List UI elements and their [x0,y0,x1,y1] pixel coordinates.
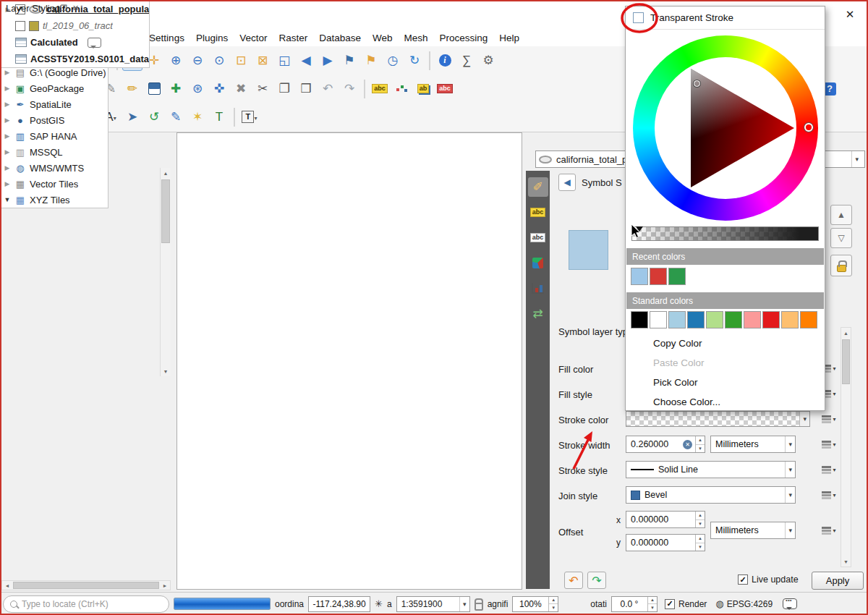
scale-combo[interactable]: 1:3591900 ▾ [396,596,470,612]
cut-features-icon[interactable]: ✂ [252,79,273,99]
float-panel-icon[interactable]: ❐ [60,4,67,13]
layers-horizontal-scrollbar[interactable]: ◄ ► [1,580,171,590]
menu-item-choose-color[interactable]: Choose Color... [626,392,825,412]
browser-scrollbar[interactable]: ▲ ▼ [160,168,171,376]
locate-input[interactable] [22,599,162,609]
scroll-down-icon[interactable]: ▼ [841,556,851,567]
zoom-native-icon[interactable]: ⊙ [209,51,229,71]
dropdown-arrow-icon[interactable]: ▾ [851,151,861,167]
browser-item-sap-hana[interactable]: ▶ ▥ SAP HANA [1,128,108,144]
show-bookmarks-icon[interactable]: ⚑ [361,51,381,71]
color-swatch[interactable] [650,311,667,328]
clear-value-icon[interactable] [683,440,692,449]
color-swatch[interactable] [744,311,761,328]
lock-color-button[interactable] [830,255,852,276]
menu-item-pick-color[interactable]: Pick Color [626,373,825,392]
scrollbar-thumb[interactable] [161,179,170,243]
color-swatch[interactable] [631,311,648,328]
apply-button[interactable]: Apply [812,572,864,590]
menu-item[interactable]: Database [313,30,367,46]
styling-undo-button[interactable]: ↶ [564,572,583,589]
annotation-star-icon[interactable]: ✶ [187,107,208,127]
lock-scale-icon[interactable] [475,603,483,611]
locate-search[interactable] [3,595,169,613]
stroke-style-override-button[interactable] [818,461,840,478]
menu-item[interactable]: Plugins [190,30,234,46]
menu-item[interactable]: Web [367,30,399,46]
dropdown-arrow-icon[interactable]: ▾ [785,436,795,452]
dropdown-arrow-icon[interactable] [254,111,257,122]
expand-arrow-icon[interactable]: ▶ [4,116,11,124]
stroke-color-override-button[interactable] [818,410,840,428]
identify-features-icon[interactable]: i [435,51,455,71]
browser-item-xyz-tiles[interactable]: ▼ ▦ XYZ Tiles [1,192,108,208]
pin-labels-icon[interactable]: ab [413,79,433,99]
view-3d-tab-icon[interactable] [528,253,548,273]
opacity-slider[interactable] [631,226,819,241]
menu-item[interactable]: Vector [234,30,273,46]
stroke-color-button[interactable]: ▾ [626,411,810,427]
delete-selected-icon[interactable]: ✖ [231,79,251,99]
move-symbol-down-button[interactable]: ▽ [830,228,852,248]
browser-item-postgis[interactable]: ▶ ● PostGIS [1,112,108,128]
rotate-label-icon[interactable]: ↺ [144,107,164,127]
menu-item-paste-color[interactable]: Paste Color [626,353,825,373]
styling-scrollbar[interactable]: ▲ ▼ [841,327,851,567]
scrollbar-thumb[interactable] [13,582,159,589]
toggle-editing-icon[interactable]: ✏ [122,79,142,99]
crs-indicator[interactable]: ◍ EPSG:4269 [715,598,773,609]
vertex-tool-icon[interactable]: ⊛ [187,79,208,99]
dropdown-arrow-icon[interactable]: ▾ [459,597,469,611]
color-swatch[interactable] [631,268,648,285]
undo-icon[interactable]: ↶ [318,79,338,99]
map-canvas[interactable] [176,132,522,590]
hue-marker-icon[interactable] [804,123,813,132]
render-checkbox[interactable] [665,599,675,609]
expand-arrow-icon[interactable]: ▶ [4,132,11,140]
breadcrumb-back-button[interactable]: ◀ [558,174,576,191]
scroll-up-icon[interactable]: ▲ [161,168,171,178]
triangle-selector-icon[interactable] [694,80,700,87]
live-update-control[interactable]: Live update [738,574,799,585]
join-style-combo[interactable]: Bevel ▾ [626,486,796,504]
layer-row-calculated[interactable]: Calculated [1,34,149,51]
redo-icon[interactable]: ↷ [339,79,359,99]
move-label-icon[interactable]: ➤ [122,107,142,127]
spinner-arrows[interactable] [695,512,705,527]
expand-arrow-icon[interactable]: ▶ [4,164,11,171]
stroke-style-combo[interactable]: Solid Line ▾ [626,461,796,478]
stroke-width-spinner[interactable]: 0.260000 [626,436,705,453]
color-swatch[interactable] [668,311,686,328]
temporal-controller-icon[interactable]: ◷ [383,51,403,71]
color-swatch[interactable] [781,311,799,328]
layer-labeling-icon[interactable]: abc [370,79,390,99]
close-panel-icon[interactable]: ✕ [72,4,79,13]
zoom-last-icon[interactable]: ◀ [296,51,316,71]
coordinate-input[interactable]: -117.24,38.90 [308,596,370,612]
offset-override-button[interactable] [818,522,840,539]
symbol-preview-swatch[interactable] [569,230,608,270]
zoom-in-icon[interactable]: ⊕ [166,51,186,71]
offset-unit-combo[interactable]: Millimeters ▾ [710,522,796,539]
dropdown-arrow-icon[interactable]: ▾ [799,412,809,426]
menu-item[interactable]: Processing [434,30,494,46]
join-style-override-button[interactable] [818,486,840,504]
layer-visibility-checkbox[interactable] [15,21,25,31]
refresh-map-icon[interactable]: ↻ [404,51,425,71]
highlight-labels-icon[interactable]: abc [435,79,455,99]
spinner-arrows[interactable] [695,436,705,452]
expand-arrow-icon[interactable]: ▶ [4,148,11,156]
labels-tab-icon[interactable]: abc [528,203,548,222]
spinner-arrows[interactable] [548,597,558,611]
new-bookmark-icon[interactable]: ⚑ [339,51,359,71]
map-tips-icon[interactable]: T [239,107,260,127]
map-tip-bubble-icon[interactable] [88,38,101,48]
change-label-icon[interactable]: ✎ [166,107,186,127]
move-feature-icon[interactable]: ✜ [209,79,229,99]
color-swatch[interactable] [687,311,705,328]
magnifier-spinner[interactable]: 100% [512,596,558,612]
render-control[interactable]: Render [665,599,707,609]
zoom-out-icon[interactable]: ⊖ [187,51,208,71]
add-feature-icon[interactable]: ✚ [166,79,186,99]
menu-item[interactable]: Settings [143,30,190,46]
